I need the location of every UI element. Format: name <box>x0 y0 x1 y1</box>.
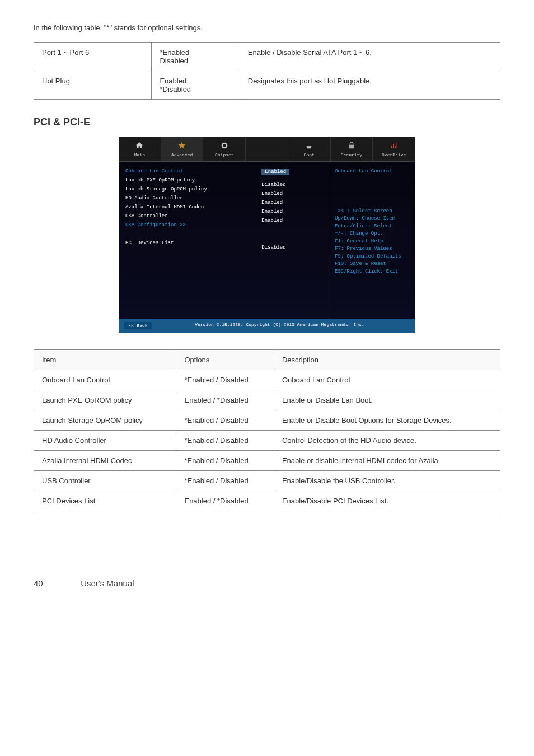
table-row: USB Controller*Enabled / DisabledEnable/… <box>34 470 500 491</box>
bios-key-hint: F1: General Help <box>335 238 410 246</box>
table-cell: Hot Plug <box>34 71 152 99</box>
table-cell: Enabled *Disabled <box>152 71 240 99</box>
bios-value-panel: EnabledDisabledEnabledEnabledEnabledEnab… <box>257 162 329 319</box>
tab-label: OverDrive <box>382 152 406 157</box>
bios-key-legend: -><-: Select ScreenUp/Down: Choose ItemE… <box>335 208 410 276</box>
bios-key-hint: F9: Optimized Defaults <box>335 253 410 261</box>
table-coolsmart: Port 1 ~ Port 6*Enabled DisabledEnable /… <box>34 42 500 100</box>
bios-menu-item[interactable]: HD Audio Controller <box>125 195 250 201</box>
bios-value: Enabled <box>261 200 324 206</box>
table-header: Item <box>34 349 176 370</box>
bios-value <box>261 227 324 232</box>
bios-menu-item[interactable]: Onboard Lan Control <box>125 169 250 174</box>
table-cell: Enable/Disable PCI Devices List. <box>274 491 500 511</box>
bios-key-hint: F10: Save & Reset <box>335 260 410 268</box>
table-row: Launch Storage OpROM policy*Enabled / Di… <box>34 410 500 430</box>
table-cell: HD Audio Controller <box>34 430 176 450</box>
table-cell: PCI Devices List <box>34 491 176 511</box>
table-row: HD Audio Controller*Enabled / DisabledCo… <box>34 430 500 450</box>
table-cell: *Enabled / Disabled <box>176 410 274 430</box>
tab-overdrive[interactable]: OverDrive <box>373 137 415 161</box>
bios-menu-item[interactable]: Azalia Internal HDMI Codec <box>125 204 250 210</box>
table-cell: Enable or Disable Boot Options for Stora… <box>274 410 500 430</box>
bios-menu-item[interactable]: USB Controller <box>125 213 250 219</box>
bios-value: Disabled <box>261 182 324 188</box>
tab-empty <box>246 137 288 161</box>
bios-nav: Main Advanced Chipset Boot Security Over… <box>119 137 415 162</box>
bios-key-hint: F7: Previous Values <box>335 245 410 253</box>
bios-menu-item[interactable]: PCI Devices List <box>125 240 250 246</box>
page-number: 40 <box>34 578 78 588</box>
bios-menu-item[interactable]: USB Configuration >> <box>125 222 250 228</box>
tab-label: Main <box>134 152 145 157</box>
table-cell: Onboard Lan Control <box>274 370 500 390</box>
tab-label: Boot <box>304 152 315 157</box>
tab-label: Chipset <box>215 152 234 157</box>
bios-value: Disabled <box>261 245 324 250</box>
table-row: Launch PXE OpROM policyEnabled / *Disabl… <box>34 390 500 410</box>
table-header: Description <box>274 349 500 370</box>
tab-main[interactable]: Main <box>119 137 161 161</box>
table-cell: USB Controller <box>34 470 176 491</box>
bios-value: Enabled <box>261 191 324 197</box>
table-cell: Enable or Disable Lan Boot. <box>274 390 500 410</box>
table-cell: Port 1 ~ Port 6 <box>34 42 152 71</box>
bios-version: Version 2.15.1238. Copyright (C) 2013 Am… <box>195 322 364 329</box>
table-cell: Designates this port as Hot Pluggable. <box>240 71 500 99</box>
bios-value <box>261 236 324 241</box>
table-cell: Onboard Lan Control <box>34 370 176 390</box>
table-row: Hot PlugEnabled *DisabledDesignates this… <box>34 71 500 99</box>
bios-key-hint: ESC/Right Click: Exit <box>335 268 410 276</box>
table-pci: ItemOptionsDescriptionOnboard Lan Contro… <box>34 349 500 511</box>
bios-footer: << Back Version 2.15.1238. Copyright (C)… <box>119 319 415 333</box>
tab-boot[interactable]: Boot <box>288 137 331 161</box>
table-cell: Enable/Disable the USB Controller. <box>274 470 500 491</box>
bios-key-hint: Enter/Click: Select <box>335 223 410 231</box>
table-row: Onboard Lan Control*Enabled / DisabledOn… <box>34 370 500 390</box>
footer-label: User's Manual <box>81 578 134 588</box>
bios-help-panel: Onboard Lan Control -><-: Select ScreenU… <box>329 162 415 319</box>
bios-value: Enabled <box>261 169 324 179</box>
bios-help-title: Onboard Lan Control <box>335 169 410 174</box>
table-cell: Enabled / *Disabled <box>176 390 274 410</box>
tab-security[interactable]: Security <box>331 137 373 161</box>
back-button[interactable]: << Back <box>124 322 152 329</box>
table-cell: Azalia Internal HDMI Codec <box>34 450 176 470</box>
page-footer: 40 User's Manual <box>34 578 500 588</box>
table-cell: Enable / Disable Serial ATA Port 1 ~ 6. <box>240 42 500 71</box>
table-cell: Launch PXE OpROM policy <box>34 390 176 410</box>
table-cell: Enable or disable internal HDMI codec fo… <box>274 450 500 470</box>
table-cell: Enabled / *Disabled <box>176 491 274 511</box>
tab-chipset[interactable]: Chipset <box>203 137 246 161</box>
table-cell: *Enabled / Disabled <box>176 470 274 491</box>
bios-key-hint: +/-: Change Opt. <box>335 230 410 238</box>
table-cell: Control Detection of the HD Audio device… <box>274 430 500 450</box>
table-header: Options <box>176 349 274 370</box>
bios-value: Enabled <box>261 209 324 214</box>
tab-label: Advanced <box>171 152 193 157</box>
bios-key-hint: -><-: Select Screen <box>335 208 410 216</box>
tab-label: Security <box>341 152 362 157</box>
table-row: Azalia Internal HDMI Codec*Enabled / Dis… <box>34 450 500 470</box>
section-title: PCI & PCI-E <box>34 116 500 128</box>
table-cell: Launch Storage OpROM policy <box>34 410 176 430</box>
table-cell: *Enabled / Disabled <box>176 450 274 470</box>
bios-value: Enabled <box>261 218 324 223</box>
bios-left-panel: Onboard Lan ControlLaunch PXE OpROM poli… <box>119 162 257 319</box>
bios-menu-item[interactable]: Launch Storage OpROM policy <box>125 186 250 192</box>
intro-text: In the following table, "*" stands for o… <box>34 22 500 34</box>
spacer <box>407 322 410 329</box>
bios-menu-item[interactable]: Launch PXE OpROM policy <box>125 178 250 183</box>
table-row: PCI Devices ListEnabled / *DisabledEnabl… <box>34 491 500 511</box>
table-cell: *Enabled / Disabled <box>176 430 274 450</box>
bios-screenshot: Main Advanced Chipset Boot Security Over… <box>119 137 415 333</box>
table-row: Port 1 ~ Port 6*Enabled DisabledEnable /… <box>34 42 500 71</box>
bios-menu-item <box>125 231 250 237</box>
table-cell: *Enabled Disabled <box>152 42 240 71</box>
table-cell: *Enabled / Disabled <box>176 370 274 390</box>
bios-key-hint: Up/Down: Choose Item <box>335 215 410 223</box>
tab-advanced[interactable]: Advanced <box>161 137 204 161</box>
